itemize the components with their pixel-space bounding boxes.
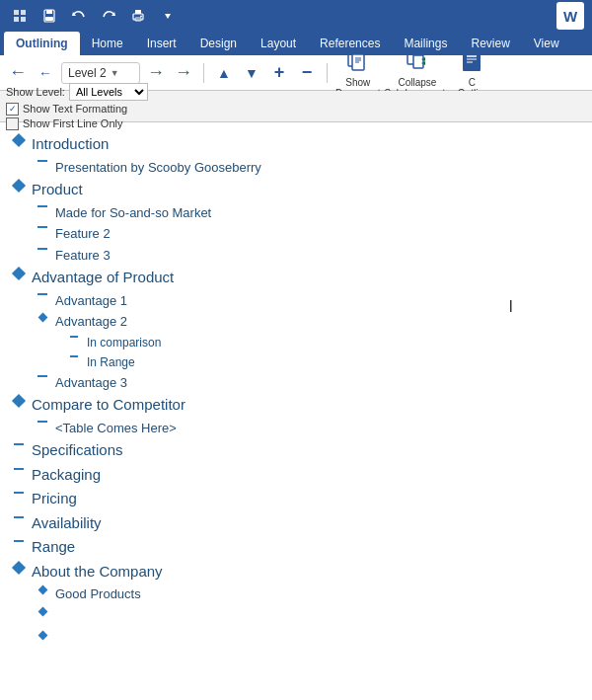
separator2 xyxy=(327,63,328,83)
svg-rect-5 xyxy=(46,10,52,14)
bullet-advantage2 xyxy=(36,314,55,321)
tab-home[interactable]: Home xyxy=(80,32,135,55)
outline-item-presentation[interactable]: Presentation by Scooby Gooseberry xyxy=(12,157,580,179)
move-up-button[interactable]: ▲ xyxy=(212,61,236,85)
bullet-advantage1 xyxy=(36,293,55,295)
move-down-button[interactable]: ▼ xyxy=(240,61,263,85)
redo-icon[interactable] xyxy=(97,4,120,28)
outline-item-feature3[interactable]: Feature 3 xyxy=(12,245,580,267)
bullet-comparison xyxy=(67,336,87,338)
text-comparison: In comparison xyxy=(87,334,161,351)
small-diamond-icon xyxy=(37,313,47,323)
small-diamond-icon xyxy=(37,585,47,595)
outline-item-feature2[interactable]: Feature 2 xyxy=(12,223,580,245)
dash-icon xyxy=(37,375,47,377)
svg-rect-3 xyxy=(21,17,26,22)
svg-rect-1 xyxy=(21,10,26,15)
text-table: <Table Comes Here> xyxy=(55,419,177,438)
outline-item-table[interactable]: <Table Comes Here> xyxy=(12,418,580,439)
text-feature2: Feature 2 xyxy=(55,224,111,244)
diamond-icon xyxy=(12,394,26,408)
separator1 xyxy=(203,63,204,83)
dash-icon xyxy=(14,443,24,445)
outline-item-about[interactable]: About the Company xyxy=(12,560,580,584)
bullet-advantage3 xyxy=(36,375,55,377)
text-pricing: Pricing xyxy=(32,488,77,510)
outline-item-market[interactable]: Made for So-and-so Market xyxy=(12,202,580,224)
undo-icon[interactable] xyxy=(67,4,91,28)
outline-item-availability[interactable]: Availability xyxy=(12,511,580,536)
outline-item-empty2[interactable] xyxy=(12,629,580,649)
demote-to-body-button[interactable]: ← xyxy=(34,61,57,85)
level-selector[interactable]: Level 2 ▼ xyxy=(61,62,140,84)
bullet-pricing xyxy=(12,490,32,494)
bullet-range xyxy=(12,538,32,542)
text-advantage1: Advantage 1 xyxy=(55,291,127,311)
tab-insert[interactable]: Insert xyxy=(135,32,188,55)
print-icon[interactable] xyxy=(126,4,150,28)
dash-icon xyxy=(14,516,24,518)
promote-button[interactable]: → xyxy=(144,61,168,85)
ribbon-tabs: Outlining Home Insert Design Layout Refe… xyxy=(0,32,592,55)
text-availability: Availability xyxy=(32,512,102,535)
text-product: Product xyxy=(32,179,83,201)
tab-design[interactable]: Design xyxy=(188,32,249,55)
outline-item-comparison[interactable]: In comparison xyxy=(12,333,580,352)
bullet-advantage xyxy=(12,269,32,278)
small-diamond-icon xyxy=(37,630,47,640)
outline-item-good-products[interactable]: Good Products xyxy=(12,583,580,605)
more-icon[interactable] xyxy=(156,4,180,28)
dash-icon xyxy=(14,492,24,494)
dash-icon xyxy=(37,160,47,162)
expand-button[interactable]: + xyxy=(267,61,291,85)
bullet-product xyxy=(12,181,32,191)
word-icon: W xyxy=(556,2,584,30)
outline-item-packaging[interactable]: Packaging xyxy=(12,463,580,488)
tab-outlining[interactable]: Outlining xyxy=(4,32,80,55)
svg-marker-13 xyxy=(165,14,171,19)
show-level-row: Show Level: All Levels xyxy=(6,83,148,101)
outline-item-compare[interactable]: Compare to Competitor xyxy=(12,393,580,418)
dash-icon xyxy=(14,468,24,470)
text-cursor: I xyxy=(509,298,513,316)
dash-icon xyxy=(70,336,78,338)
demote-button[interactable]: → xyxy=(172,61,195,85)
text-advantage: Advantage of Product xyxy=(32,267,174,289)
save-icon[interactable] xyxy=(37,4,61,28)
outline-item-empty1[interactable] xyxy=(12,605,580,625)
dash-icon xyxy=(70,355,78,357)
diamond-icon xyxy=(12,179,26,193)
bullet-presentation xyxy=(36,160,55,162)
show-text-formatting-label: Show Text Formatting xyxy=(23,103,127,115)
outline-item-introduction[interactable]: Introduction xyxy=(12,132,580,157)
text-range: Range xyxy=(32,536,75,559)
svg-rect-6 xyxy=(45,17,53,21)
show-document-icon xyxy=(340,47,376,75)
level-dropdown-arrow: ▼ xyxy=(111,68,119,78)
text-advantage3: Advantage 3 xyxy=(55,373,127,393)
svg-rect-20 xyxy=(413,55,423,68)
outline-item-specifications[interactable]: Specifications xyxy=(12,438,580,463)
tab-layout[interactable]: Layout xyxy=(249,32,308,55)
outline-item-pricing[interactable]: Pricing xyxy=(12,487,580,511)
outline-item-range[interactable]: Range xyxy=(12,535,580,560)
promote-to-heading-button[interactable]: ← xyxy=(6,61,30,85)
outline-item-advantage2[interactable]: Advantage 2 xyxy=(12,311,580,333)
outline-item-range-sub[interactable]: In Range xyxy=(12,352,580,372)
bullet-market xyxy=(36,205,55,207)
outline-item-advantage3[interactable]: Advantage 3 xyxy=(12,372,580,394)
outline-item-advantage1[interactable]: Advantage 1 xyxy=(12,290,580,312)
outline-item-advantage[interactable]: Advantage of Product xyxy=(12,266,580,290)
text-range-sub: In Range xyxy=(87,353,135,371)
show-text-formatting-checkbox[interactable]: ✓ xyxy=(6,103,19,116)
diamond-icon xyxy=(12,133,26,147)
tab-view[interactable]: View xyxy=(522,32,571,55)
collapse-button[interactable]: − xyxy=(295,61,319,85)
outline-item-product[interactable]: Product xyxy=(12,178,580,202)
dash-icon xyxy=(37,248,47,250)
show-level-select[interactable]: All Levels xyxy=(69,83,148,101)
text-packaging: Packaging xyxy=(32,464,101,487)
grid-icon[interactable] xyxy=(8,4,32,28)
svg-rect-2 xyxy=(14,17,19,22)
svg-rect-23 xyxy=(463,51,481,71)
